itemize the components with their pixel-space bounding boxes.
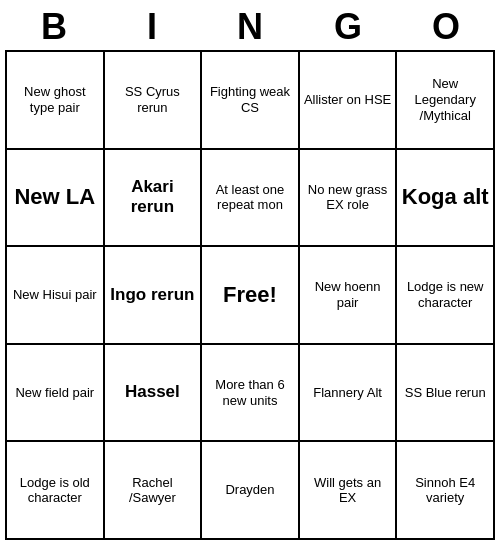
header-letter-o: O [402,6,490,48]
bingo-cell-12[interactable]: Free! [202,247,300,345]
bingo-cell-22[interactable]: Drayden [202,442,300,540]
bingo-cell-20[interactable]: Lodge is old character [7,442,105,540]
bingo-cell-15[interactable]: New field pair [7,345,105,443]
cell-text-10: New Hisui pair [13,287,97,303]
cell-text-13: New hoenn pair [304,279,392,310]
cell-text-22: Drayden [225,482,274,498]
cell-text-5: New LA [14,184,95,210]
header-letter-n: N [206,6,294,48]
cell-text-18: Flannery Alt [313,385,382,401]
cell-text-23: Will gets an EX [304,475,392,506]
bingo-cell-3[interactable]: Allister on HSE [300,52,398,150]
cell-text-3: Allister on HSE [304,92,391,108]
cell-text-0: New ghost type pair [11,84,99,115]
bingo-cell-0[interactable]: New ghost type pair [7,52,105,150]
cell-text-16: Hassel [125,382,180,402]
bingo-cell-18[interactable]: Flannery Alt [300,345,398,443]
header-letter-i: I [108,6,196,48]
cell-text-9: Koga alt [402,184,489,210]
bingo-cell-8[interactable]: No new grass EX role [300,150,398,248]
cell-text-11: Ingo rerun [110,285,194,305]
cell-text-2: Fighting weak CS [206,84,294,115]
cell-text-14: Lodge is new character [401,279,489,310]
bingo-cell-21[interactable]: Rachel /Sawyer [105,442,203,540]
bingo-cell-9[interactable]: Koga alt [397,150,495,248]
header-letter-g: G [304,6,392,48]
bingo-cell-4[interactable]: New Legendary /Mythical [397,52,495,150]
bingo-cell-14[interactable]: Lodge is new character [397,247,495,345]
bingo-cell-17[interactable]: More than 6 new units [202,345,300,443]
cell-text-4: New Legendary /Mythical [401,76,489,123]
cell-text-7: At least one repeat mon [206,182,294,213]
bingo-cell-5[interactable]: New LA [7,150,105,248]
header-letter-b: B [10,6,98,48]
cell-text-15: New field pair [15,385,94,401]
bingo-cell-24[interactable]: Sinnoh E4 variety [397,442,495,540]
cell-text-6: Akari rerun [109,177,197,218]
bingo-grid: New ghost type pairSS Cyrus rerunFightin… [5,50,495,540]
cell-text-24: Sinnoh E4 variety [401,475,489,506]
cell-text-20: Lodge is old character [11,475,99,506]
cell-text-12: Free! [223,282,277,308]
bingo-cell-19[interactable]: SS Blue rerun [397,345,495,443]
bingo-cell-2[interactable]: Fighting weak CS [202,52,300,150]
bingo-cell-7[interactable]: At least one repeat mon [202,150,300,248]
bingo-cell-10[interactable]: New Hisui pair [7,247,105,345]
bingo-container: B I N G O New ghost type pairSS Cyrus re… [5,6,495,540]
cell-text-17: More than 6 new units [206,377,294,408]
bingo-cell-11[interactable]: Ingo rerun [105,247,203,345]
cell-text-19: SS Blue rerun [405,385,486,401]
cell-text-1: SS Cyrus rerun [109,84,197,115]
cell-text-8: No new grass EX role [304,182,392,213]
bingo-cell-13[interactable]: New hoenn pair [300,247,398,345]
bingo-cell-1[interactable]: SS Cyrus rerun [105,52,203,150]
bingo-cell-16[interactable]: Hassel [105,345,203,443]
cell-text-21: Rachel /Sawyer [109,475,197,506]
bingo-cell-6[interactable]: Akari rerun [105,150,203,248]
bingo-header: B I N G O [5,6,495,48]
bingo-cell-23[interactable]: Will gets an EX [300,442,398,540]
